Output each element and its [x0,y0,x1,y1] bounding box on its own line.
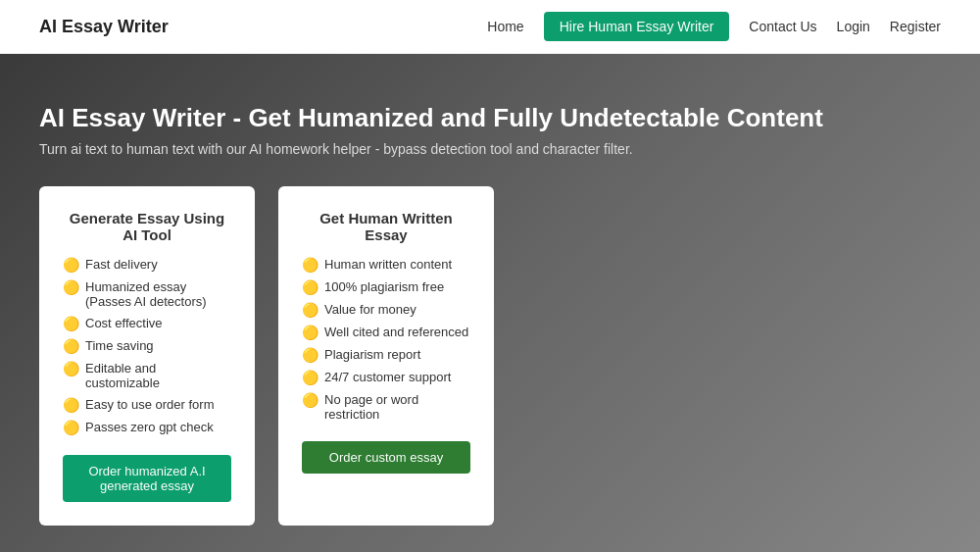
human-feature-7: 🟡No page or word restriction [302,392,470,422]
nav-login[interactable]: Login [837,19,870,34]
human-card: Get Human Written Essay 🟡Human written c… [278,186,494,526]
bullet-icon: 🟡 [63,279,79,295]
ai-tool-card: Generate Essay Using AI Tool 🟡Fast deliv… [39,186,255,526]
human-feature-3: 🟡Value for money [302,302,470,318]
bullet-icon: 🟡 [302,370,318,385]
nav-home[interactable]: Home [487,19,523,34]
ai-feature-2: 🟡Humanized essay (Passes AI detectors) [63,279,231,309]
ai-feature-5: 🟡Editable and customizable [63,361,231,390]
bullet-icon: 🟡 [302,347,318,363]
navbar: AI Essay Writer Home Hire Human Essay Wr… [0,0,980,54]
human-feature-2: 🟡100% plagiarism free [302,279,470,295]
bullet-icon: 🟡 [63,338,79,354]
bullet-icon: 🟡 [302,325,318,340]
ai-card-title: Generate Essay Using AI Tool [63,210,231,243]
bullet-icon: 🟡 [63,361,79,376]
hero-content: AI Essay Writer - Get Humanized and Full… [39,103,941,526]
ai-feature-3: 🟡Cost effective [63,316,231,331]
hero-subtitle: Turn ai text to human text with our AI h… [39,141,941,157]
ai-feature-7: 🟡Passes zero gpt check [63,420,231,435]
bullet-icon: 🟡 [302,257,318,273]
nav-contact[interactable]: Contact Us [749,19,816,34]
human-card-title: Get Human Written Essay [302,210,470,243]
nav-logo: AI Essay Writer [39,17,169,37]
nav-register[interactable]: Register [890,19,941,34]
nav-hire-btn[interactable]: Hire Human Essay Writer [544,12,730,41]
order-ai-button[interactable]: Order humanized A.I generated essay [63,455,231,502]
bullet-icon: 🟡 [63,397,79,413]
hero-section: AI Essay Writer - Get Humanized and Full… [0,54,980,552]
human-feature-1: 🟡Human written content [302,257,470,273]
ai-feature-4: 🟡Time saving [63,338,231,354]
human-feature-5: 🟡Plagiarism report [302,347,470,363]
bullet-icon: 🟡 [63,420,79,435]
hero-title: AI Essay Writer - Get Humanized and Full… [39,103,941,133]
order-human-button[interactable]: Order custom essay [302,441,470,474]
cards-row: Generate Essay Using AI Tool 🟡Fast deliv… [39,186,941,526]
ai-features-list: 🟡Fast delivery 🟡Humanized essay (Passes … [63,257,231,435]
bullet-icon: 🟡 [63,257,79,273]
ai-feature-6: 🟡Easy to use order form [63,397,231,413]
human-features-list: 🟡Human written content 🟡100% plagiarism … [302,257,470,422]
bullet-icon: 🟡 [302,392,318,408]
human-feature-4: 🟡Well cited and referenced [302,325,470,340]
ai-feature-1: 🟡Fast delivery [63,257,231,273]
bullet-icon: 🟡 [302,302,318,318]
human-feature-6: 🟡24/7 customer support [302,370,470,385]
bullet-icon: 🟡 [302,279,318,295]
bullet-icon: 🟡 [63,316,79,331]
nav-links: Home Hire Human Essay Writer Contact Us … [487,12,941,41]
